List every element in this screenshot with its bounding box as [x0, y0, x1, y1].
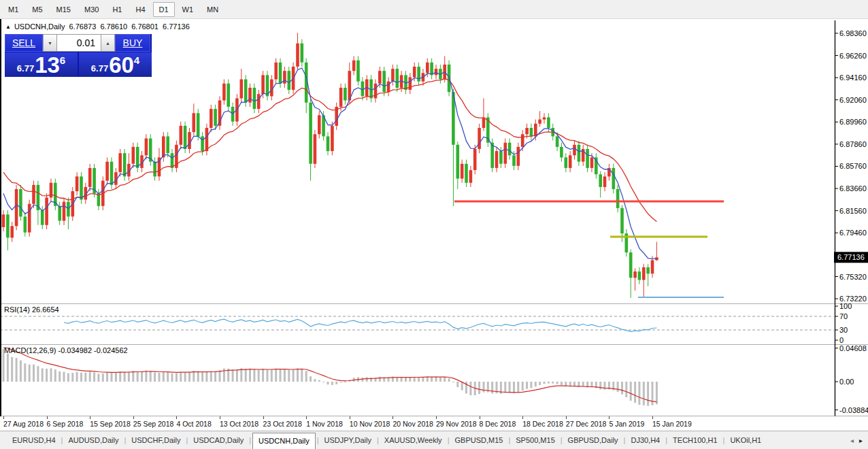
sell-button[interactable]: SELL	[5, 34, 43, 52]
tab-separator: |	[561, 436, 563, 444]
chart-tab-USDCNH-Daily[interactable]: USDCNH,Daily	[252, 433, 316, 449]
close-value: 6.77136	[163, 22, 190, 31]
chart-tab-UKOil-H1[interactable]: UKOil,H1	[726, 433, 765, 447]
date-label: 1 Nov 2018	[306, 420, 343, 428]
tab-scroll-right-icon[interactable]: ▸	[859, 437, 863, 444]
svg-text:100: 100	[839, 302, 852, 310]
sell-price-prefix: 6.77	[17, 63, 34, 73]
chart-tab-XAUUSD-Weekly[interactable]: XAUUSD,Weekly	[380, 433, 446, 447]
macd-signal-line	[3, 348, 656, 402]
chart-tab-USDCAD-Daily[interactable]: USDCAD,Daily	[189, 433, 248, 447]
timeframe-button-D1[interactable]: D1	[153, 2, 175, 17]
buy-price-prefix: 6.77	[91, 63, 108, 73]
one-click-trading-toggle-icon[interactable]: ▲	[5, 24, 11, 30]
timeframe-button-M1[interactable]: M1	[2, 2, 24, 17]
timeframe-button-M30[interactable]: M30	[78, 2, 105, 17]
date-tick	[133, 416, 134, 419]
chart-tab-USDCHF-Daily[interactable]: USDCHF,Daily	[127, 433, 184, 447]
rsi-panel	[0, 316, 834, 331]
sell-price-button[interactable]: 6.77136	[5, 52, 78, 77]
chart-tab-SP500-M15[interactable]: SP500,M15	[512, 433, 558, 447]
date-label: 29 Nov 2018	[436, 420, 477, 428]
date-tick	[3, 416, 4, 419]
macd-panel	[3, 349, 658, 406]
date-tick	[90, 416, 90, 419]
date-label: 15 Jan 2019	[652, 420, 692, 428]
buy-price-button[interactable]: 6.77604	[79, 52, 152, 77]
svg-text:6.75320: 6.75320	[839, 273, 867, 281]
date-label: 18 Dec 2018	[522, 420, 563, 428]
svg-text:0.04608: 0.04608	[839, 344, 867, 352]
svg-text:6.85760: 6.85760	[839, 162, 867, 170]
date-tick	[350, 416, 350, 419]
buy-price-pip: 4	[134, 54, 139, 66]
tab-separator: |	[508, 436, 510, 444]
timeframe-button-MN[interactable]: MN	[201, 2, 224, 17]
timeframe-button-W1[interactable]: W1	[176, 2, 200, 17]
open-value: 6.76873	[69, 22, 97, 31]
svg-text:6.94160: 6.94160	[839, 73, 867, 82]
chart-tab-AUDUSD-Daily[interactable]: AUDUSD,Daily	[64, 433, 122, 447]
tab-scroll-left-icon[interactable]: ◂	[850, 437, 854, 444]
svg-text:70: 70	[839, 312, 848, 320]
svg-text:6.87860: 6.87860	[839, 140, 867, 148]
volume-decrease-button[interactable]: ▼	[43, 34, 57, 52]
svg-text:0.00: 0.00	[839, 378, 854, 386]
sell-price-pip: 6	[60, 54, 65, 66]
one-click-trading-panel: SELL ▼ ▲ BUY 6.77136 6.77604	[5, 34, 152, 77]
chart-tab-GBPUSD-M15[interactable]: GBPUSD,M15	[450, 433, 507, 447]
date-label: 25 Sep 2018	[133, 420, 174, 428]
date-label: 6 Sep 2018	[47, 420, 84, 428]
date-tick	[480, 416, 480, 419]
date-axis[interactable]: 27 Aug 20186 Sep 201815 Sep 201825 Sep 2…	[0, 416, 868, 431]
svg-text:6.98360: 6.98360	[839, 29, 867, 37]
svg-text:6.81560: 6.81560	[839, 207, 867, 215]
symbol-period-label: USDCNH,Daily	[14, 22, 65, 31]
high-value: 6.78610	[100, 22, 127, 31]
svg-text:6.96260: 6.96260	[839, 52, 867, 60]
volume-increase-button[interactable]: ▲	[101, 34, 115, 52]
date-tick	[306, 416, 307, 419]
tab-separator: |	[624, 436, 626, 444]
timeframe-button-M5[interactable]: M5	[26, 2, 48, 17]
price-axis[interactable]: 6.983606.962606.941606.920606.899606.878…	[834, 20, 868, 416]
date-tick	[47, 416, 48, 419]
date-tick	[220, 416, 220, 419]
candlestick-chart[interactable]: 6.983606.962606.941606.920606.899606.878…	[0, 19, 868, 416]
date-tick	[652, 416, 653, 419]
sell-price-big: 13	[35, 55, 60, 76]
tab-separator: |	[249, 436, 251, 444]
date-label: 5 Jan 2019	[609, 420, 644, 428]
chart-area[interactable]: 6.983606.962606.941606.920606.899606.878…	[0, 19, 868, 416]
svg-text:6.83660: 6.83660	[839, 184, 867, 193]
date-label: 23 Oct 2018	[263, 420, 302, 428]
tab-separator: |	[124, 436, 126, 444]
date-label: 27 Dec 2018	[566, 420, 607, 428]
date-tick	[176, 416, 177, 419]
chart-tab-DJ30-H4[interactable]: DJ30,H4	[627, 433, 664, 447]
svg-text:0: 0	[839, 336, 844, 344]
date-label: 8 Dec 2018	[480, 420, 516, 428]
window-left-border	[0, 19, 1, 431]
volume-input[interactable]	[57, 34, 101, 52]
timeframe-button-M15[interactable]: M15	[50, 2, 77, 17]
date-tick	[393, 416, 393, 419]
chart-tab-USDJPY-Daily[interactable]: USDJPY,Daily	[320, 433, 376, 447]
chart-tab-GBPUSD-Daily[interactable]: GBPUSD,Daily	[564, 433, 622, 447]
svg-text:-0.038842: -0.038842	[839, 406, 868, 414]
buy-button[interactable]: BUY	[115, 34, 150, 52]
chart-tab-bar: EURUSD,H4|AUDUSD,Daily|USDCHF,Daily|USDC…	[0, 431, 868, 449]
tab-separator: |	[665, 436, 667, 444]
svg-text:30: 30	[839, 326, 848, 334]
date-label: 20 Nov 2018	[393, 420, 433, 428]
date-tick	[263, 416, 264, 419]
chart-tab-EURUSD-H4[interactable]: EURUSD,H4	[8, 433, 60, 447]
timeframe-button-H1[interactable]: H1	[106, 2, 128, 17]
timeframe-button-H4[interactable]: H4	[129, 2, 151, 17]
tab-separator: |	[377, 436, 379, 444]
date-label: 15 Sep 2018	[90, 420, 131, 428]
tab-separator: |	[448, 436, 450, 444]
rsi-indicator-label: RSI(14) 26.6654	[4, 305, 59, 314]
date-label: 4 Oct 2018	[176, 420, 211, 428]
chart-tab-TECH100-H1[interactable]: TECH100,H1	[669, 433, 721, 447]
